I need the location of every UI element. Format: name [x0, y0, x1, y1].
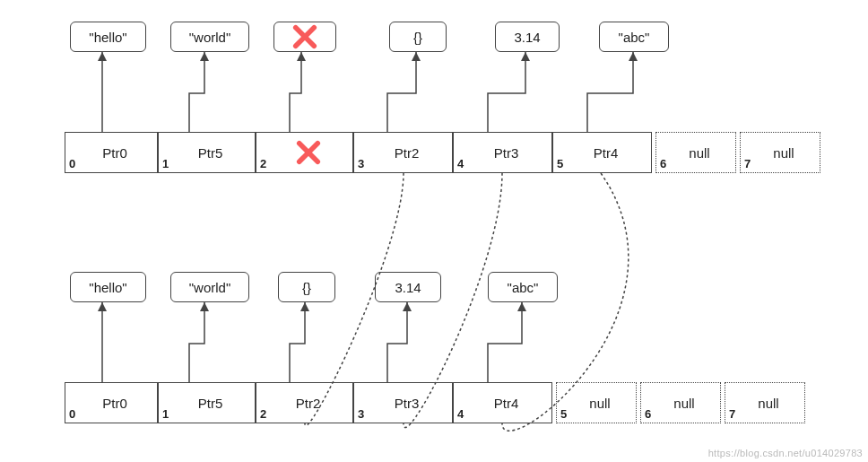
array-slot: 4Ptr3 [453, 132, 552, 173]
slot-label: null [656, 133, 735, 172]
value-label: "world" [189, 30, 231, 45]
value-box: "abc" [599, 22, 669, 52]
slot-label: null [641, 383, 720, 423]
watermark: https://blog.csdn.net/u014029783 [708, 448, 863, 458]
svg-marker-10 [98, 302, 107, 311]
slot-label: null [725, 383, 804, 423]
value-box: 3.14 [495, 22, 560, 52]
array-slot: 7null [725, 382, 805, 423]
value-box: "hello" [70, 22, 146, 52]
array-slot: 2 [256, 132, 353, 173]
array-slot: 2Ptr2 [256, 382, 353, 423]
slot-label: Ptr2 [354, 133, 452, 172]
svg-marker-5 [412, 52, 421, 61]
svg-marker-4 [297, 52, 306, 61]
slot-label: Ptr3 [454, 133, 551, 172]
value-label: {} [413, 30, 422, 45]
slot-label: Ptr5 [159, 383, 255, 423]
array-slot: 0Ptr0 [65, 382, 158, 423]
slot-label: null [741, 133, 820, 172]
value-box: "hello" [70, 272, 146, 302]
array-slot: 6null [655, 132, 736, 173]
array-slot: 5null [556, 382, 637, 423]
svg-marker-14 [517, 302, 526, 311]
svg-marker-3 [200, 52, 209, 61]
value-label: "world" [189, 280, 231, 295]
array-slot: 3Ptr3 [353, 382, 453, 423]
array-slot: 1Ptr5 [158, 132, 256, 173]
slot-label: Ptr2 [256, 383, 352, 423]
value-label: "abc" [508, 280, 539, 295]
value-box [273, 22, 336, 52]
value-label: 3.14 [514, 30, 540, 45]
slot-label [256, 133, 352, 172]
value-label: 3.14 [395, 280, 421, 295]
value-box: "world" [170, 22, 249, 52]
slot-label: Ptr4 [553, 133, 651, 172]
array-slot: 6null [640, 382, 721, 423]
slot-label: Ptr0 [65, 383, 157, 423]
x-icon [292, 24, 317, 49]
array-slot: 7null [740, 132, 820, 173]
array-slot: 3Ptr2 [353, 132, 453, 173]
slot-label: Ptr0 [65, 133, 157, 172]
slot-label: Ptr5 [159, 133, 255, 172]
slot-label: Ptr3 [354, 383, 452, 423]
value-label: "hello" [89, 30, 126, 45]
array-slot: 4Ptr4 [453, 382, 552, 423]
svg-marker-12 [300, 302, 309, 311]
value-label: "hello" [89, 280, 126, 295]
slot-label: Ptr4 [454, 383, 551, 423]
svg-marker-11 [200, 302, 209, 311]
svg-marker-13 [403, 302, 412, 311]
svg-marker-6 [521, 52, 530, 61]
x-icon [296, 140, 321, 165]
array-slot: 0Ptr0 [65, 132, 158, 173]
value-label: {} [302, 280, 311, 295]
array-slot: 1Ptr5 [158, 382, 256, 423]
value-box: {} [278, 272, 335, 302]
slot-label: null [557, 383, 636, 423]
value-box: 3.14 [375, 272, 441, 302]
value-box: "abc" [488, 272, 558, 302]
value-label: "abc" [619, 30, 650, 45]
array-slot: 5Ptr4 [552, 132, 652, 173]
value-box: "world" [170, 272, 249, 302]
svg-marker-7 [629, 52, 638, 61]
svg-marker-2 [98, 52, 107, 61]
value-box: {} [389, 22, 447, 52]
